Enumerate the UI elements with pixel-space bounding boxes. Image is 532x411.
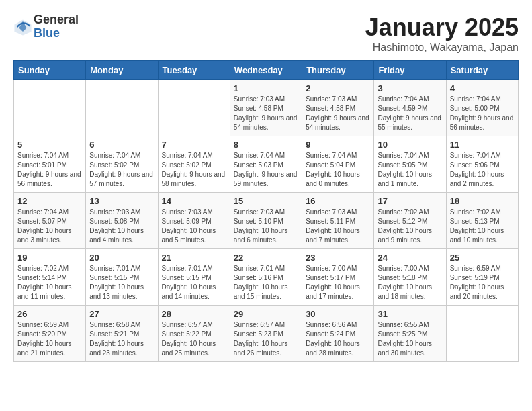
calendar-cell [446, 306, 518, 362]
calendar-cell: 13Sunrise: 7:03 AM Sunset: 5:08 PM Dayli… [86, 193, 158, 249]
calendar-cell: 4Sunrise: 7:04 AM Sunset: 5:00 PM Daylig… [446, 80, 518, 136]
day-info: Sunrise: 7:04 AM Sunset: 5:03 PM Dayligh… [234, 151, 298, 189]
day-number: 20 [89, 253, 154, 263]
day-info: Sunrise: 7:04 AM Sunset: 5:06 PM Dayligh… [450, 151, 515, 189]
day-number: 30 [306, 309, 370, 319]
calendar-cell: 26Sunrise: 6:59 AM Sunset: 5:20 PM Dayli… [14, 306, 86, 362]
weekday-header-saturday: Saturday [446, 61, 518, 80]
day-number: 4 [450, 83, 515, 93]
day-info: Sunrise: 7:04 AM Sunset: 4:59 PM Dayligh… [378, 95, 442, 132]
day-number: 9 [306, 140, 370, 150]
calendar-cell: 10Sunrise: 7:04 AM Sunset: 5:05 PM Dayli… [374, 136, 446, 193]
day-number: 19 [17, 253, 82, 263]
title-area: January 2025 Hashimoto, Wakayama, Japan [365, 13, 519, 54]
calendar-cell: 1Sunrise: 7:03 AM Sunset: 4:58 PM Daylig… [230, 80, 302, 136]
weekday-header-friday: Friday [374, 61, 446, 80]
day-number: 11 [450, 140, 515, 150]
day-number: 7 [162, 140, 226, 150]
day-info: Sunrise: 7:04 AM Sunset: 5:01 PM Dayligh… [17, 151, 82, 189]
day-number: 1 [234, 83, 298, 93]
calendar-cell: 21Sunrise: 7:01 AM Sunset: 5:15 PM Dayli… [158, 249, 230, 306]
day-info: Sunrise: 7:03 AM Sunset: 5:11 PM Dayligh… [306, 208, 370, 245]
day-number: 14 [162, 196, 226, 206]
calendar-cell: 30Sunrise: 6:56 AM Sunset: 5:24 PM Dayli… [302, 306, 374, 362]
day-number: 15 [234, 196, 298, 206]
day-info: Sunrise: 7:04 AM Sunset: 5:00 PM Dayligh… [450, 95, 515, 132]
day-info: Sunrise: 7:00 AM Sunset: 5:18 PM Dayligh… [378, 264, 442, 302]
calendar-subtitle: Hashimoto, Wakayama, Japan [365, 42, 519, 54]
calendar-cell: 7Sunrise: 7:04 AM Sunset: 5:02 PM Daylig… [158, 136, 230, 193]
calendar-week-row: 26Sunrise: 6:59 AM Sunset: 5:20 PM Dayli… [14, 306, 519, 362]
day-info: Sunrise: 7:04 AM Sunset: 5:05 PM Dayligh… [378, 151, 442, 189]
day-info: Sunrise: 7:03 AM Sunset: 5:10 PM Dayligh… [234, 208, 298, 245]
calendar-table: SundayMondayTuesdayWednesdayThursdayFrid… [13, 60, 519, 362]
calendar-cell: 11Sunrise: 7:04 AM Sunset: 5:06 PM Dayli… [446, 136, 518, 193]
day-info: Sunrise: 6:57 AM Sunset: 5:22 PM Dayligh… [162, 320, 226, 358]
calendar-title: January 2025 [365, 13, 519, 42]
calendar-cell: 16Sunrise: 7:03 AM Sunset: 5:11 PM Dayli… [302, 193, 374, 249]
calendar-cell: 12Sunrise: 7:04 AM Sunset: 5:07 PM Dayli… [14, 193, 86, 249]
day-info: Sunrise: 7:04 AM Sunset: 5:04 PM Dayligh… [306, 151, 370, 189]
calendar-cell [86, 80, 158, 136]
calendar-cell [158, 80, 230, 136]
weekday-header-sunday: Sunday [14, 61, 86, 80]
weekday-header-row: SundayMondayTuesdayWednesdayThursdayFrid… [14, 61, 519, 80]
calendar-cell: 8Sunrise: 7:04 AM Sunset: 5:03 PM Daylig… [230, 136, 302, 193]
calendar-week-row: 1Sunrise: 7:03 AM Sunset: 4:58 PM Daylig… [14, 80, 519, 136]
calendar-cell: 5Sunrise: 7:04 AM Sunset: 5:01 PM Daylig… [14, 136, 86, 193]
calendar-cell: 19Sunrise: 7:02 AM Sunset: 5:14 PM Dayli… [14, 249, 86, 306]
day-number: 18 [450, 196, 515, 206]
logo: General Blue [13, 13, 79, 40]
weekday-header-thursday: Thursday [302, 61, 374, 80]
day-info: Sunrise: 6:57 AM Sunset: 5:23 PM Dayligh… [234, 320, 298, 358]
day-info: Sunrise: 6:59 AM Sunset: 5:20 PM Dayligh… [17, 320, 82, 358]
day-number: 26 [17, 309, 82, 319]
calendar-cell: 29Sunrise: 6:57 AM Sunset: 5:23 PM Dayli… [230, 306, 302, 362]
day-number: 2 [306, 83, 370, 93]
day-info: Sunrise: 7:01 AM Sunset: 5:15 PM Dayligh… [89, 264, 154, 302]
day-info: Sunrise: 7:03 AM Sunset: 4:58 PM Dayligh… [234, 95, 298, 132]
day-info: Sunrise: 7:02 AM Sunset: 5:14 PM Dayligh… [17, 264, 82, 302]
day-number: 10 [378, 140, 442, 150]
calendar-cell: 23Sunrise: 7:00 AM Sunset: 5:17 PM Dayli… [302, 249, 374, 306]
calendar-week-row: 12Sunrise: 7:04 AM Sunset: 5:07 PM Dayli… [14, 193, 519, 249]
calendar-cell: 3Sunrise: 7:04 AM Sunset: 4:59 PM Daylig… [374, 80, 446, 136]
day-info: Sunrise: 7:01 AM Sunset: 5:15 PM Dayligh… [162, 264, 226, 302]
day-number: 16 [306, 196, 370, 206]
day-info: Sunrise: 6:58 AM Sunset: 5:21 PM Dayligh… [89, 320, 154, 358]
day-info: Sunrise: 7:03 AM Sunset: 5:08 PM Dayligh… [89, 208, 154, 245]
day-number: 8 [234, 140, 298, 150]
weekday-header-wednesday: Wednesday [230, 61, 302, 80]
calendar-week-row: 5Sunrise: 7:04 AM Sunset: 5:01 PM Daylig… [14, 136, 519, 193]
weekday-header-tuesday: Tuesday [158, 61, 230, 80]
day-number: 5 [17, 140, 82, 150]
day-number: 28 [162, 309, 226, 319]
day-info: Sunrise: 7:04 AM Sunset: 5:07 PM Dayligh… [17, 208, 82, 245]
weekday-header-monday: Monday [86, 61, 158, 80]
logo-icon [13, 17, 32, 36]
day-number: 25 [450, 253, 515, 263]
calendar-cell: 22Sunrise: 7:01 AM Sunset: 5:16 PM Dayli… [230, 249, 302, 306]
day-number: 6 [89, 140, 154, 150]
day-info: Sunrise: 7:04 AM Sunset: 5:02 PM Dayligh… [89, 151, 154, 189]
day-number: 12 [17, 196, 82, 206]
calendar-cell: 2Sunrise: 7:03 AM Sunset: 4:58 PM Daylig… [302, 80, 374, 136]
calendar-cell: 18Sunrise: 7:02 AM Sunset: 5:13 PM Dayli… [446, 193, 518, 249]
day-info: Sunrise: 7:00 AM Sunset: 5:17 PM Dayligh… [306, 264, 370, 302]
calendar-cell: 24Sunrise: 7:00 AM Sunset: 5:18 PM Dayli… [374, 249, 446, 306]
calendar-cell: 28Sunrise: 6:57 AM Sunset: 5:22 PM Dayli… [158, 306, 230, 362]
calendar-cell: 17Sunrise: 7:02 AM Sunset: 5:12 PM Dayli… [374, 193, 446, 249]
day-number: 29 [234, 309, 298, 319]
calendar-header: SundayMondayTuesdayWednesdayThursdayFrid… [14, 61, 519, 80]
day-info: Sunrise: 7:02 AM Sunset: 5:12 PM Dayligh… [378, 208, 442, 245]
calendar-body: 1Sunrise: 7:03 AM Sunset: 4:58 PM Daylig… [14, 80, 519, 362]
calendar-cell: 27Sunrise: 6:58 AM Sunset: 5:21 PM Dayli… [86, 306, 158, 362]
day-number: 31 [378, 309, 442, 319]
day-info: Sunrise: 7:04 AM Sunset: 5:02 PM Dayligh… [162, 151, 226, 189]
header: General Blue January 2025 Hashimoto, Wak… [13, 13, 519, 54]
calendar-cell [14, 80, 86, 136]
day-number: 13 [89, 196, 154, 206]
day-number: 27 [89, 309, 154, 319]
logo-text: General Blue [34, 13, 79, 40]
day-info: Sunrise: 7:03 AM Sunset: 4:58 PM Dayligh… [306, 95, 370, 132]
